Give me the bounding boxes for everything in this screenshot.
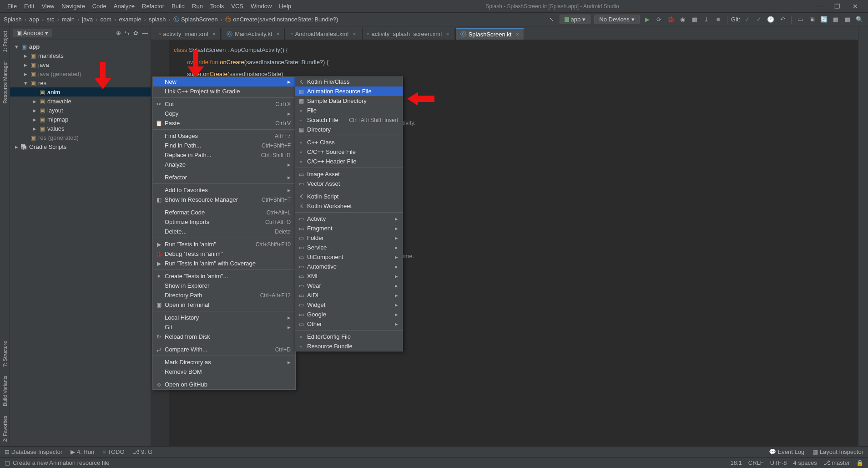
menu-item[interactable]: ▣Open in Terminal bbox=[153, 300, 295, 310]
search-icon[interactable]: 🔍 bbox=[854, 15, 864, 25]
menu-item[interactable]: ▭Automotive▸ bbox=[295, 262, 403, 271]
file-encoding[interactable]: UTF-8 bbox=[770, 459, 787, 466]
editor-tab[interactable]: ▫activity_splash_screen.xml× bbox=[362, 28, 454, 40]
breadcrumb[interactable]: com› bbox=[101, 16, 117, 23]
menu-item[interactable]: ▦Animation Resource File bbox=[295, 86, 403, 96]
menu-analyze[interactable]: Analyze bbox=[110, 3, 138, 10]
breadcrumb[interactable]: java› bbox=[82, 16, 98, 23]
breadcrumb[interactable]: splash› bbox=[149, 16, 172, 23]
tw-layout-inspector[interactable]: ▦ Layout Inspector bbox=[812, 448, 863, 455]
menu-item[interactable]: ▭Vector Asset bbox=[295, 179, 403, 188]
menu-item[interactable]: ▫Resource Bundle bbox=[295, 341, 403, 351]
menu-item[interactable]: ▫C/C++ Header File bbox=[295, 157, 403, 166]
editor-tab[interactable]: ⓒMainActivity.kt× bbox=[222, 28, 285, 40]
menu-build[interactable]: Build bbox=[168, 3, 188, 10]
menu-item[interactable]: ▭Activity▸ bbox=[295, 214, 403, 224]
project-tree[interactable]: ▾▣app ▸▣manifests ▸▣java ▸▣java (generat… bbox=[10, 40, 151, 446]
cursor-position[interactable]: 18:1 bbox=[730, 459, 742, 466]
menu-item[interactable]: Optimize ImportsCtrl+Alt+O bbox=[153, 217, 295, 227]
menu-item[interactable]: ▭Service▸ bbox=[295, 243, 403, 252]
editor-tab[interactable]: ▫activity_main.xml× bbox=[154, 28, 221, 40]
menu-item[interactable]: Mark Directory as▸ bbox=[153, 357, 295, 367]
menu-item[interactable]: ▦Directory bbox=[295, 125, 403, 134]
rail-project[interactable]: 1: Project bbox=[1, 26, 9, 56]
git-commit-icon[interactable]: ✓ bbox=[754, 15, 764, 25]
menu-item[interactable]: Find in Path...Ctrl+Shift+F bbox=[153, 141, 295, 150]
close-tab-icon[interactable]: × bbox=[353, 31, 356, 37]
git-branch[interactable]: ⎇ master bbox=[823, 459, 850, 466]
rail-build-variants[interactable]: Build Variants bbox=[1, 371, 9, 411]
menu-item[interactable]: Directory PathCtrl+Alt+F12 bbox=[153, 290, 295, 300]
breadcrumb[interactable]: src› bbox=[46, 16, 60, 23]
coverage-icon[interactable]: ▦ bbox=[690, 15, 700, 25]
rail-resource-manager[interactable]: Resource Manager bbox=[1, 56, 9, 108]
menu-item[interactable]: ▫Scratch FileCtrl+Alt+Shift+Insert bbox=[295, 115, 403, 125]
collapse-icon[interactable]: ⇆ bbox=[125, 30, 130, 36]
lock-icon[interactable]: 🔒 bbox=[856, 459, 863, 466]
close-tab-icon[interactable]: × bbox=[446, 31, 449, 37]
avd-manager-icon[interactable]: ▭ bbox=[795, 15, 805, 25]
menu-item[interactable]: ▶Run 'Tests in 'anim''Ctrl+Shift+F10 bbox=[153, 239, 295, 249]
menu-item[interactable]: ▭Google▸ bbox=[295, 310, 403, 319]
menu-item[interactable]: ▶Run 'Tests in 'anim'' with Coverage bbox=[153, 259, 295, 268]
indent-settings[interactable]: 4 spaces bbox=[793, 459, 817, 466]
menu-item[interactable]: 🐞Debug 'Tests in 'anim'' bbox=[153, 249, 295, 259]
rail-favorites[interactable]: 2: Favorites bbox=[1, 411, 9, 446]
menu-vcs[interactable]: VCS bbox=[227, 3, 247, 10]
menu-item[interactable]: Refactor▸ bbox=[153, 173, 295, 182]
settings-icon[interactable]: ✿ bbox=[133, 30, 138, 36]
menu-item[interactable]: KKotlin File/Class bbox=[295, 77, 403, 86]
menu-item[interactable]: ✂CutCtrl+X bbox=[153, 99, 295, 109]
debug-icon[interactable]: 🐞 bbox=[666, 15, 676, 25]
new-submenu[interactable]: KKotlin File/Class▦Animation Resource Fi… bbox=[295, 76, 403, 351]
menu-item[interactable]: ▭UiComponent▸ bbox=[295, 252, 403, 262]
menu-item[interactable]: Local History▸ bbox=[153, 313, 295, 322]
menu-window[interactable]: Window bbox=[247, 3, 275, 10]
menu-help[interactable]: Help bbox=[275, 3, 295, 10]
breadcrumb[interactable]: app› bbox=[29, 16, 45, 23]
menu-item[interactable]: KKotlin Script bbox=[295, 192, 403, 201]
line-ending[interactable]: CRLF bbox=[748, 459, 764, 466]
window-close-icon[interactable]: ✕ bbox=[846, 3, 864, 10]
stop-icon[interactable]: ■ bbox=[713, 15, 723, 25]
menu-item[interactable]: Analyze▸ bbox=[153, 160, 295, 169]
menu-item[interactable]: ▭Other▸ bbox=[295, 319, 403, 329]
run-config-combo[interactable]: app ▾ bbox=[560, 15, 591, 24]
git-update-icon[interactable]: ✓ bbox=[742, 15, 752, 25]
menu-item[interactable]: ▫C/C++ Source File bbox=[295, 147, 403, 157]
menu-item[interactable]: ▭Widget▸ bbox=[295, 300, 403, 310]
menu-item[interactable]: ▫File bbox=[295, 106, 403, 115]
menu-item[interactable]: 📋PasteCtrl+V bbox=[153, 118, 295, 128]
attach-debugger-icon[interactable]: ⤓ bbox=[701, 15, 712, 25]
build-icon[interactable]: ⤡ bbox=[547, 15, 557, 25]
menu-item[interactable]: Link C++ Project with Gradle bbox=[153, 86, 295, 96]
rail-structure[interactable]: 7: Structure bbox=[1, 336, 9, 371]
git-rollback-icon[interactable]: ↶ bbox=[777, 15, 787, 25]
menu-refactor[interactable]: Refactor bbox=[138, 3, 168, 10]
profile-icon[interactable]: ◉ bbox=[678, 15, 688, 25]
tw-run[interactable]: ▶ 4: Run bbox=[71, 448, 94, 455]
menu-item[interactable]: Copy▸ bbox=[153, 109, 295, 118]
breadcrumb[interactable]: ⓒ SplashScreen› bbox=[173, 15, 223, 24]
menu-item[interactable]: Delete...Delete bbox=[153, 227, 295, 236]
menu-code[interactable]: Code bbox=[89, 3, 110, 10]
breadcrumb[interactable]: Splash› bbox=[4, 16, 27, 23]
git-history-icon[interactable]: 🕐 bbox=[766, 15, 776, 25]
project-view-selector[interactable]: ▣ Android ▾ bbox=[13, 29, 52, 37]
close-tab-icon[interactable]: × bbox=[515, 31, 519, 38]
window-minimize-icon[interactable]: — bbox=[810, 3, 828, 10]
menu-item[interactable]: ▫C++ Class bbox=[295, 137, 403, 147]
menu-item[interactable]: Reformat CodeCtrl+Alt+L bbox=[153, 208, 295, 217]
menu-item[interactable]: Replace in Path...Ctrl+Shift+R bbox=[153, 150, 295, 160]
menu-item[interactable]: ▭AIDL▸ bbox=[295, 290, 403, 300]
menu-run[interactable]: Run bbox=[188, 3, 207, 10]
breadcrumb[interactable]: ⓜ onCreate(savedInstanceState: Bundle?) bbox=[225, 15, 338, 24]
tw-todo[interactable]: ≡ TODO bbox=[102, 448, 124, 455]
menu-item[interactable]: Find UsagesAlt+F7 bbox=[153, 131, 295, 141]
menu-item[interactable]: Remove BOM bbox=[153, 367, 295, 376]
menu-item[interactable]: ⎋Open on GitHub bbox=[153, 380, 295, 389]
device-manager-icon[interactable]: ▦ bbox=[831, 15, 841, 25]
menu-item[interactable]: ▭XML▸ bbox=[295, 271, 403, 281]
device-combo[interactable]: No Devices ▾ bbox=[594, 15, 639, 24]
menu-item[interactable]: New▸ bbox=[153, 77, 295, 86]
